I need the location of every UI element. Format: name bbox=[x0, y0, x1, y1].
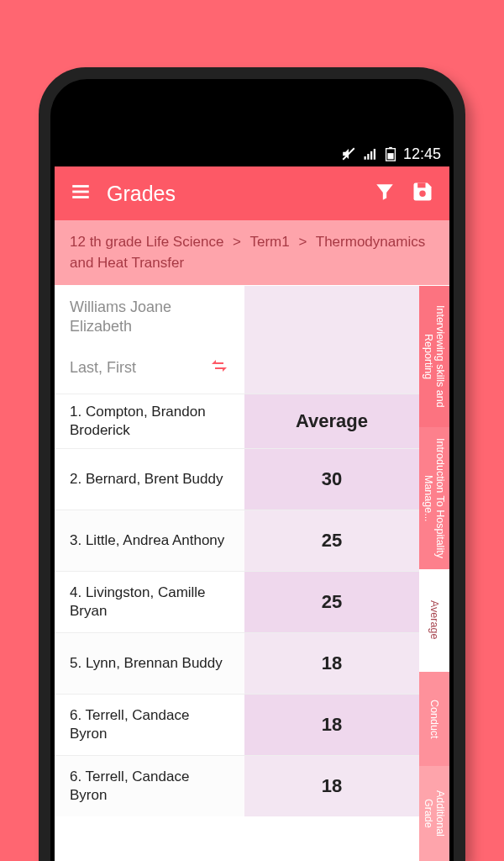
student-name: 6. Terrell, Candace Byron bbox=[55, 695, 244, 755]
student-value: 18 bbox=[244, 695, 419, 755]
svg-rect-12 bbox=[417, 183, 425, 188]
menu-icon[interactable] bbox=[70, 181, 92, 206]
breadcrumb[interactable]: 12 th grade Life Science > Term1 > Therm… bbox=[55, 220, 449, 285]
table-row[interactable]: 2. Bernard, Brent Buddy30 bbox=[55, 448, 419, 510]
phone-frame: 12:45 Grades 12 th grade Life Science > … bbox=[39, 67, 465, 861]
breadcrumb-sep: > bbox=[233, 234, 241, 250]
page-title: Grades bbox=[107, 182, 359, 206]
breadcrumb-sep: > bbox=[298, 234, 307, 250]
side-tabs: Interviewing skills and Reporting Introd… bbox=[419, 286, 449, 861]
swap-icon bbox=[209, 356, 229, 380]
student-name: 2. Bernard, Brent Buddy bbox=[55, 449, 244, 510]
column-header: Average bbox=[244, 394, 419, 448]
column-header-row: 1. Compton, Brandon Broderick Average bbox=[55, 394, 419, 448]
student-value: 25 bbox=[244, 510, 419, 571]
student-name: 4. Livingston, Camille Bryan bbox=[55, 572, 244, 632]
save-icon[interactable] bbox=[411, 180, 434, 207]
svg-rect-7 bbox=[389, 147, 392, 149]
sort-label: Last, First bbox=[70, 359, 136, 377]
teacher-name: Williams Joane Elizabeth bbox=[70, 298, 229, 337]
breadcrumb-part: Term1 bbox=[249, 234, 289, 250]
table-row[interactable]: 6. Terrell, Candace Byron18 bbox=[55, 694, 419, 755]
side-tab-average[interactable]: Average bbox=[419, 569, 449, 672]
student-value: 30 bbox=[244, 449, 419, 510]
svg-point-11 bbox=[419, 191, 425, 197]
table-row[interactable]: 6. Terrell, Candace Byron18 bbox=[55, 755, 419, 816]
screen: 12:45 Grades 12 th grade Life Science > … bbox=[55, 141, 449, 861]
table-row[interactable]: 3. Little, Andrea Anthony25 bbox=[55, 510, 419, 571]
side-tab-hospitality[interactable]: Introduction To Hospitality Manage... bbox=[419, 427, 449, 568]
header-left: Williams Joane Elizabeth Last, First bbox=[55, 286, 244, 394]
student-value: 18 bbox=[244, 633, 419, 694]
student-value: 18 bbox=[244, 756, 419, 816]
svg-rect-3 bbox=[370, 151, 372, 160]
breadcrumb-part: 12 th grade Life Science bbox=[70, 234, 223, 250]
status-time: 12:45 bbox=[403, 145, 441, 163]
svg-rect-6 bbox=[387, 153, 393, 159]
grade-rows: 2. Bernard, Brent Buddy303. Little, Andr… bbox=[55, 448, 419, 861]
table-header-block: Williams Joane Elizabeth Last, First bbox=[55, 286, 419, 394]
mute-icon bbox=[341, 146, 356, 161]
sort-toggle[interactable]: Last, First bbox=[70, 356, 229, 387]
student-name[interactable]: 1. Compton, Brandon Broderick bbox=[55, 394, 244, 448]
table-row[interactable]: 5. Lynn, Brennan Buddy18 bbox=[55, 632, 419, 694]
student-name: 5. Lynn, Brennan Buddy bbox=[55, 633, 244, 694]
side-tab-additional[interactable]: Additional Grade bbox=[419, 766, 449, 861]
svg-rect-4 bbox=[374, 149, 375, 160]
svg-rect-1 bbox=[364, 156, 365, 160]
phone-bezel: 12:45 Grades 12 th grade Life Science > … bbox=[50, 79, 454, 861]
student-name: 3. Little, Andrea Anthony bbox=[55, 510, 244, 571]
signal-icon bbox=[363, 146, 378, 161]
table-row[interactable]: 4. Livingston, Camille Bryan25 bbox=[55, 571, 419, 632]
battery-icon bbox=[385, 146, 396, 161]
side-tab-conduct[interactable]: Conduct bbox=[419, 672, 449, 767]
header-right bbox=[244, 286, 419, 394]
filter-icon[interactable] bbox=[374, 181, 396, 206]
svg-rect-2 bbox=[367, 154, 369, 160]
side-tab-interviewing[interactable]: Interviewing skills and Reporting bbox=[419, 286, 449, 427]
app-bar: Grades bbox=[55, 166, 449, 220]
grades-content: Williams Joane Elizabeth Last, First 1. … bbox=[55, 286, 419, 861]
status-bar: 12:45 bbox=[55, 141, 449, 166]
student-name: 6. Terrell, Candace Byron bbox=[55, 756, 244, 816]
student-value: 25 bbox=[244, 572, 419, 632]
